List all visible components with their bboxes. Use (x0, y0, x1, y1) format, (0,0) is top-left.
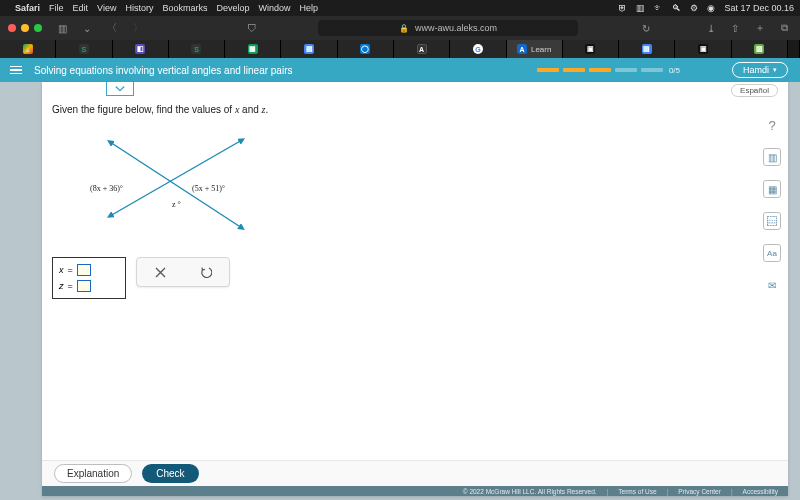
search-icon[interactable]: 🔍︎ (672, 3, 681, 13)
message-button[interactable]: ✉ (763, 276, 781, 294)
aleks-header: Solving equations involving vertical ang… (0, 58, 800, 82)
menu-edit[interactable]: Edit (73, 3, 89, 13)
tab-s2[interactable]: S (169, 40, 225, 58)
tab-sheets[interactable]: ▦ (225, 40, 281, 58)
angle-label-left: (8x + 36)° (90, 184, 123, 193)
progress-count: 0/5 (669, 66, 680, 75)
accessibility-link[interactable]: Accessibility (743, 488, 778, 495)
content-card: Español Given the figure below, find the… (42, 82, 788, 496)
address-bar[interactable]: 🔒 www-awu.aleks.com ↻ (318, 20, 578, 36)
menu-history[interactable]: History (125, 3, 153, 13)
answer-row-x: x= (59, 264, 119, 276)
show-figure-button[interactable]: ▥ (763, 148, 781, 166)
new-tab-icon[interactable]: ＋ (751, 19, 769, 37)
x-icon (155, 267, 166, 278)
answer-box: x= z= (52, 257, 126, 299)
angle-label-bottom: z ° (172, 200, 181, 209)
control-center-icon[interactable]: ⚙︎ (690, 3, 698, 13)
calculator-button[interactable]: ▦ (763, 180, 781, 198)
answer-controls (136, 257, 230, 287)
reload-icon[interactable]: ↻ (642, 23, 650, 34)
bottom-bar: Explanation Check (42, 460, 788, 486)
downloads-icon[interactable]: ⤓ (703, 21, 719, 36)
share-icon[interactable]: ⇧ (727, 21, 743, 36)
user-name: Hamdi (743, 65, 769, 75)
tabgroup-chevron-icon[interactable]: ⌄ (79, 21, 95, 36)
question-text: Given the figure below, find the values … (52, 104, 268, 115)
menu-window[interactable]: Window (258, 3, 290, 13)
tab-abox[interactable]: A (394, 40, 450, 58)
language-toggle[interactable]: Español (731, 84, 778, 97)
siri-icon[interactable]: ◉ (707, 3, 715, 13)
copyright-text: © 2022 McGraw Hill LLC. All Rights Reser… (463, 488, 597, 495)
privacy-link[interactable]: Privacy Center (678, 488, 721, 495)
undo-button[interactable] (196, 263, 216, 281)
menu-file[interactable]: File (49, 3, 64, 13)
tab-purple[interactable]: ◧ (113, 40, 169, 58)
topic-title: Solving equations involving vertical ang… (34, 65, 293, 76)
tab-aleks-learn[interactable]: ALearn (507, 40, 563, 58)
tab-docs[interactable]: ▤ (281, 40, 337, 58)
collapse-topic-button[interactable] (106, 82, 134, 96)
legal-footer: © 2022 McGraw Hill LLC. All Rights Reser… (42, 486, 788, 496)
tools-rail: ? ▥ ▦ ⿳ Aa ✉ (762, 116, 782, 294)
window-controls[interactable] (8, 24, 42, 32)
back-button[interactable]: 〈 (103, 19, 121, 37)
wifi-icon[interactable]: ᯤ (654, 3, 663, 13)
worksheet-button[interactable]: ⿳ (763, 212, 781, 230)
tab-strip: ▲ S ◧ S ▦ ▤ ◯ A G ALearn ▣ ▤ ▣ ▨ (0, 40, 800, 58)
chevron-down-icon (115, 85, 125, 93)
tab-drive[interactable]: ▲ (0, 40, 56, 58)
progress-indicator: 0/5 (537, 66, 680, 75)
clear-button[interactable] (150, 263, 170, 281)
terms-link[interactable]: Terms of Use (618, 488, 656, 495)
answer-row-z: z= (59, 280, 119, 292)
check-button[interactable]: Check (142, 464, 198, 483)
menu-help[interactable]: Help (299, 3, 318, 13)
forward-button: 〉 (129, 19, 147, 37)
card-subheader: Español (42, 82, 788, 100)
tab-overview-icon[interactable]: ⧉ (777, 20, 792, 36)
menu-develop[interactable]: Develop (216, 3, 249, 13)
tab-docs2[interactable]: ▤ (619, 40, 675, 58)
privacy-report-icon[interactable]: ⛉ (243, 21, 261, 36)
user-menu[interactable]: Hamdi ▾ (732, 62, 788, 78)
lock-icon: 🔒 (399, 24, 409, 33)
tab-map[interactable]: ▨ (732, 40, 788, 58)
z-input[interactable] (77, 280, 91, 292)
macos-menubar: Safari File Edit View History Bookmarks … (0, 0, 800, 16)
battery-icon: ▥ (636, 3, 645, 13)
chevron-down-icon: ▾ (773, 66, 777, 74)
menu-safari[interactable]: Safari (15, 3, 40, 13)
tab-s1[interactable]: S (56, 40, 112, 58)
close-window-icon[interactable] (8, 24, 16, 32)
sidebar-toggle-icon[interactable]: ▥ (54, 21, 71, 36)
fullscreen-window-icon[interactable] (34, 24, 42, 32)
tab-dark2[interactable]: ▣ (675, 40, 731, 58)
text-size-button[interactable]: Aa (763, 244, 781, 262)
menu-view[interactable]: View (97, 3, 116, 13)
menu-bookmarks[interactable]: Bookmarks (162, 3, 207, 13)
shield-icon[interactable]: ⛨ (618, 3, 627, 13)
browser-toolbar: ▥ ⌄ 〈 〉 ⛉ 🔒 www-awu.aleks.com ↻ ⤓ ⇧ ＋ ⧉ (0, 16, 800, 40)
tab-outlook[interactable]: ◯ (338, 40, 394, 58)
x-input[interactable] (77, 264, 91, 276)
angle-label-right: (5x + 51)° (192, 184, 225, 193)
geometry-figure: (8x + 36)° (5x + 51)° z ° (92, 130, 262, 240)
undo-icon (200, 266, 212, 278)
tab-google[interactable]: G (450, 40, 506, 58)
help-button[interactable]: ? (763, 116, 781, 134)
tab-dark1[interactable]: ▣ (563, 40, 619, 58)
tab-overflow[interactable] (788, 40, 800, 58)
minimize-window-icon[interactable] (21, 24, 29, 32)
clock-text[interactable]: Sat 17 Dec 00.16 (724, 3, 794, 13)
explanation-button[interactable]: Explanation (54, 464, 132, 483)
url-text: www-awu.aleks.com (415, 23, 497, 33)
menu-hamburger-icon[interactable] (10, 66, 22, 75)
